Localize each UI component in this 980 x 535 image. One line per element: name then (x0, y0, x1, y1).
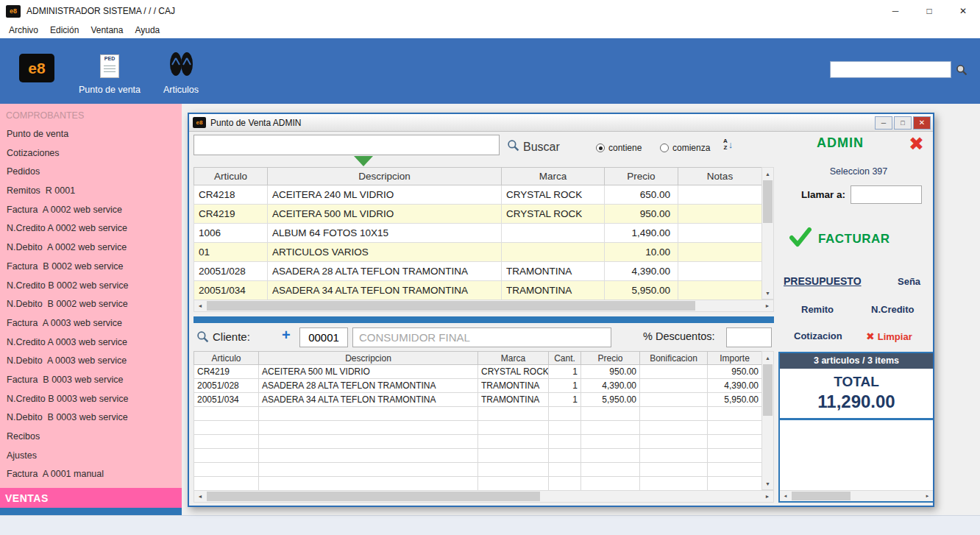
cart-col-articulo[interactable]: Articulo (194, 352, 259, 365)
sidebar-item[interactable]: N.Debito B 0002 web service (0, 295, 182, 314)
catalog-cell-precio[interactable]: 950.00 (605, 205, 678, 224)
cart-cell-bonificacion[interactable] (640, 379, 708, 393)
sort-az-icon[interactable]: AZ ↓ (723, 138, 733, 151)
catalog-col-marca[interactable]: Marca (502, 168, 605, 185)
scrollbar-thumb[interactable] (207, 492, 540, 501)
catalog-cell-articulo[interactable]: 1006 (194, 224, 268, 243)
client-name-input[interactable] (352, 327, 611, 347)
catalog-cell-articulo[interactable]: 20051/028 (194, 262, 268, 281)
menu-item[interactable]: Ventana (85, 25, 129, 35)
catalog-cell-articulo[interactable]: 01 (194, 243, 268, 262)
cart-cell-marca[interactable]: TRAMONTINA (478, 379, 549, 393)
sidebar-item[interactable]: N.Credito B 0002 web service (0, 277, 182, 296)
minimize-icon[interactable]: ─ (878, 0, 912, 22)
cart-col-descripcion[interactable]: Descripcion (259, 352, 478, 365)
cotizacion-button[interactable]: Cotizacion (794, 330, 842, 341)
catalog-row[interactable]: 20051/028 ASADERA 28 ALTA TEFLON TRAMONT… (194, 262, 762, 281)
scroll-down-icon[interactable]: ▼ (762, 478, 773, 489)
sidebar-item[interactable]: N.Credito B 0003 web service (0, 390, 182, 409)
menu-item[interactable]: Archivo (3, 25, 44, 35)
sidebar-item[interactable]: N.Credito A 0002 web service (0, 219, 182, 238)
cart-cell-importe[interactable]: 4,390.00 (708, 379, 762, 393)
discount-input[interactable] (726, 327, 772, 347)
cart-cell-marca[interactable]: CRYSTAL ROCK (478, 365, 549, 379)
sidebar-item[interactable]: Factura A 0001 manual (0, 465, 182, 484)
totals-horizontal-scrollbar[interactable]: ◄ ► (780, 490, 933, 501)
cart-cell-cant[interactable]: 1 (549, 379, 581, 393)
maximize-icon[interactable]: □ (912, 0, 946, 22)
scrollbar-thumb[interactable] (763, 180, 773, 223)
sidebar-item[interactable]: Factura A 0003 web service (0, 314, 182, 333)
filter-contiene-radio[interactable]: contiene (596, 143, 642, 153)
catalog-cell-precio[interactable]: 650.00 (605, 185, 678, 205)
catalog-cell-marca[interactable]: CRYSTAL ROCK (502, 205, 605, 224)
catalog-col-precio[interactable]: Precio (605, 168, 678, 185)
client-search-icon[interactable] (196, 330, 209, 346)
filter-comienza-radio[interactable]: comienza (660, 143, 710, 153)
scroll-up-icon[interactable]: ▲ (762, 168, 773, 180)
sidebar-item[interactable]: N.Debito A 0003 web service (0, 352, 182, 371)
pos-window-titlebar[interactable]: e8 Punto de Venta ADMIN ─ □ ✕ (189, 114, 933, 132)
sidebar-item[interactable]: Punto de venta (0, 125, 182, 144)
sidebar-item[interactable]: Cotizaciones (0, 144, 182, 163)
catalog-cell-notas[interactable] (678, 224, 762, 243)
facturar-button[interactable]: FACTURAR (789, 227, 890, 250)
close-icon[interactable]: ✕ (946, 0, 980, 22)
cart-col-precio[interactable]: Precio (581, 352, 640, 365)
sidebar-item[interactable]: Factura A 0002 web service (0, 201, 182, 220)
ncredito-button[interactable]: N.Credito (871, 304, 915, 315)
cart-vertical-scrollbar[interactable]: ▲ ▼ (761, 351, 774, 490)
catalog-cell-marca[interactable] (502, 243, 605, 262)
catalog-cell-descripcion[interactable]: ARTICULOS VARIOS (268, 243, 502, 262)
catalog-row[interactable]: 01 ARTICULOS VARIOS 10.00 (194, 243, 762, 262)
scroll-up-icon[interactable]: ▲ (762, 352, 773, 364)
cart-cell-precio[interactable]: 950.00 (581, 365, 640, 379)
pos-minimize-icon[interactable]: ─ (875, 116, 892, 130)
sidebar-item[interactable]: Factura B 0003 web service (0, 371, 182, 390)
limpiar-button[interactable]: ✖ Limpiar (866, 330, 912, 342)
scrollbar-thumb[interactable] (207, 301, 695, 311)
cart-cell-descripcion[interactable]: ASADERA 28 ALTA TEFLON TRAMONTINA (259, 379, 478, 393)
splitter-bar[interactable] (193, 316, 774, 323)
catalog-row[interactable]: 20051/034 ASADERA 34 ALTA TEFLON TRAMONT… (194, 281, 762, 300)
add-client-icon[interactable]: + (282, 327, 291, 344)
catalog-cell-notas[interactable] (678, 205, 762, 224)
cart-col-importe[interactable]: Importe (708, 352, 762, 365)
catalog-row[interactable]: CR4218 ACEITERA 240 ML VIDRIO CRYSTAL RO… (194, 185, 762, 205)
catalog-cell-precio[interactable]: 5,950.00 (605, 281, 678, 300)
catalog-cell-notas[interactable] (678, 185, 762, 205)
catalog-cell-notas[interactable] (678, 262, 762, 281)
catalog-cell-precio[interactable]: 10.00 (605, 243, 678, 262)
catalog-cell-descripcion[interactable]: ACEITERA 240 ML VIDRIO (268, 185, 502, 205)
catalog-col-articulo[interactable]: Articulo (194, 168, 268, 185)
cart-cell-importe[interactable]: 5,950.00 (708, 393, 762, 407)
sidebar-item[interactable]: Factura B 0002 web service (0, 258, 182, 277)
cart-row[interactable]: CR4219 ACEITERA 500 ML VIDRIO CRYSTAL RO… (194, 365, 762, 379)
cart-cell-bonificacion[interactable] (640, 365, 708, 379)
panel-close-icon[interactable]: ✖ (909, 133, 924, 155)
catalog-cell-articulo[interactable]: 20051/034 (194, 281, 268, 300)
pos-close-icon[interactable]: ✕ (913, 116, 931, 130)
scroll-left-icon[interactable]: ◄ (194, 300, 206, 311)
cart-cell-importe[interactable]: 950.00 (708, 365, 762, 379)
scroll-right-icon[interactable]: ► (761, 491, 773, 502)
cart-col-cant[interactable]: Cant. (549, 352, 581, 365)
catalog-cell-precio[interactable]: 4,390.00 (605, 262, 678, 281)
scroll-left-icon[interactable]: ◄ (194, 491, 206, 502)
cart-cell-precio[interactable]: 4,390.00 (581, 379, 640, 393)
catalog-horizontal-scrollbar[interactable]: ◄ ► (193, 300, 774, 312)
cart-row[interactable]: 20051/034 ASADERA 34 ALTA TEFLON TRAMONT… (194, 393, 762, 407)
cart-cell-cant[interactable]: 1 (549, 365, 581, 379)
scroll-right-icon[interactable]: ► (761, 300, 773, 311)
catalog-cell-articulo[interactable]: CR4219 (194, 205, 268, 224)
sidebar-item[interactable]: N.Debito B 0003 web service (0, 408, 182, 428)
catalog-cell-articulo[interactable]: CR4218 (194, 185, 268, 205)
sidebar-item[interactable]: N.Credito A 0003 web service (0, 333, 182, 352)
search-icon[interactable] (956, 64, 967, 79)
sidebar-item[interactable]: Remitos R 0001 (0, 182, 182, 201)
cart-cell-articulo[interactable]: 20051/028 (194, 379, 259, 393)
menu-item[interactable]: Edición (44, 25, 85, 35)
cart-cell-marca[interactable]: TRAMONTINA (478, 393, 549, 407)
catalog-cell-descripcion[interactable]: ACEITERA 500 ML VIDRIO (268, 205, 502, 224)
cart-cell-bonificacion[interactable] (640, 393, 708, 407)
